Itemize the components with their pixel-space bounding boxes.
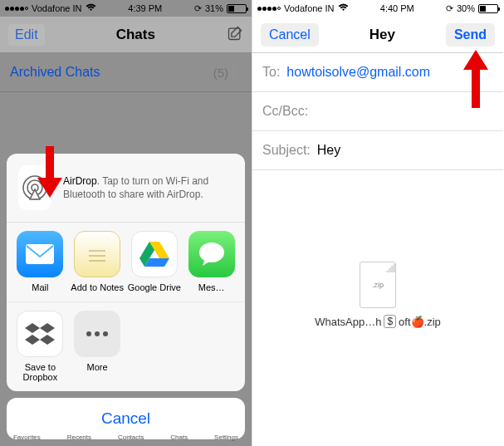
page-title: Hey	[369, 27, 395, 43]
airdrop-text: AirDrop. Tap to turn on Wi-Fi and Blueto…	[63, 174, 233, 201]
svg-rect-4	[26, 244, 54, 264]
share-app-notes[interactable]: Add to Notes	[69, 231, 126, 293]
send-button[interactable]: Send	[446, 23, 495, 47]
airdrop-row[interactable]: AirDrop. Tap to turn on Wi-Fi and Blueto…	[7, 154, 245, 223]
google-drive-icon	[131, 231, 178, 277]
to-field[interactable]: To: howtoisolve@gmail.com	[252, 53, 503, 92]
carrier-label: Vodafone IN	[284, 3, 335, 13]
attachment[interactable]: .zip WhatsApp…h $ oft🍎.zip	[252, 262, 503, 328]
svg-point-11	[103, 331, 108, 336]
cancel-button[interactable]: Cancel	[261, 23, 319, 47]
more-icon	[74, 311, 120, 357]
left-screenshot: Vodafone IN 4:39 PM ⟳ 31% Edit Chats Arc…	[0, 0, 252, 446]
share-row-1: Mail Add to Notes Google Drive	[7, 223, 245, 301]
zip-file-icon: .zip	[360, 262, 396, 308]
status-bar: Vodafone IN 4:40 PM ⟳ 30%	[252, 0, 503, 17]
dropbox-icon	[17, 311, 63, 357]
lock-icon: ⟳	[446, 3, 453, 14]
right-screenshot: Vodafone IN 4:40 PM ⟳ 30% Cancel Hey Sen…	[252, 0, 503, 446]
subject-field[interactable]: Subject: Hey	[252, 131, 503, 170]
time-label: 4:40 PM	[380, 3, 414, 13]
subject-value: Hey	[317, 143, 340, 158]
share-app-gdrive[interactable]: Google Drive	[126, 231, 183, 293]
share-app-messages[interactable]: Mes…	[183, 231, 240, 293]
to-value: howtoisolve@gmail.com	[286, 65, 430, 80]
share-app-dropbox[interactable]: Save to Dropbox	[12, 311, 69, 383]
notes-icon	[74, 231, 120, 277]
battery-percent: 30%	[457, 3, 475, 13]
messages-icon	[188, 231, 235, 277]
nav-bar: Cancel Hey Send	[252, 17, 503, 53]
share-app-more[interactable]: More	[69, 311, 126, 383]
attachment-name: WhatsApp…h $ oft🍎.zip	[252, 315, 503, 328]
airdrop-icon	[18, 165, 51, 210]
battery-icon	[478, 4, 498, 13]
mail-icon	[17, 231, 63, 277]
share-app-mail[interactable]: Mail	[12, 231, 69, 293]
share-row-2: Save to Dropbox More	[7, 301, 245, 391]
svg-point-10	[95, 331, 100, 336]
tab-bar: FavoritesRecentsContactsChatsSettings	[0, 431, 252, 446]
wifi-icon	[338, 3, 349, 13]
svg-point-8	[199, 243, 224, 262]
svg-point-9	[86, 331, 91, 336]
share-sheet: AirDrop. Tap to turn on Wi-Fi and Blueto…	[7, 154, 245, 439]
cc-bcc-field[interactable]: Cc/Bcc:	[252, 92, 503, 131]
